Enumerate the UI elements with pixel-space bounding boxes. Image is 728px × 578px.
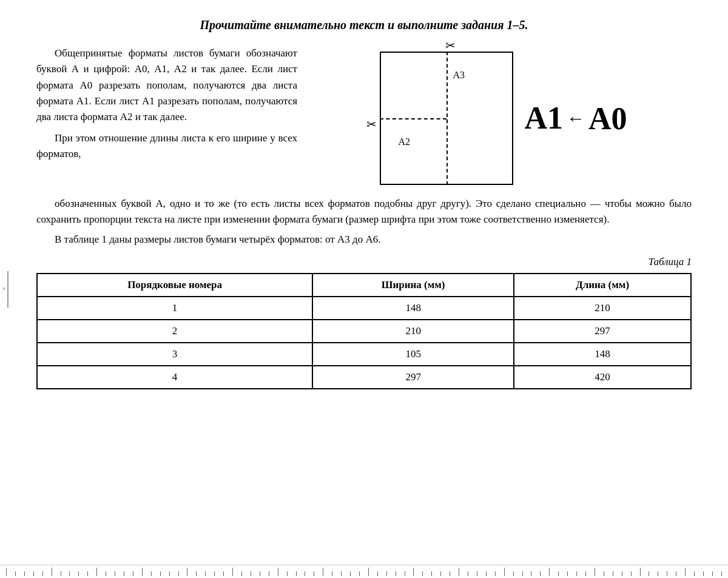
table-cell: 4 xyxy=(37,366,312,389)
ruler-mark xyxy=(431,571,432,576)
ruler-mark xyxy=(504,568,505,576)
table-body: 1148210221029731051484297420 xyxy=(37,297,691,389)
ruler-mark xyxy=(549,568,550,576)
ruler-mark xyxy=(15,571,16,576)
page-title: Прочитайте внимательно текст и выполните… xyxy=(36,18,692,32)
ruler-mark xyxy=(676,571,676,576)
ruler-mark xyxy=(440,571,441,576)
ruler-mark xyxy=(604,571,604,576)
ruler-mark xyxy=(151,571,152,576)
ruler-mark xyxy=(531,571,531,576)
ruler-mark xyxy=(540,571,541,576)
col-header-2: Ширина (мм) xyxy=(312,274,514,297)
ruler-mark xyxy=(377,571,378,576)
ruler-mark xyxy=(631,571,632,576)
ruler-mark xyxy=(658,571,658,576)
ruler-mark xyxy=(522,571,523,576)
diagram-container: ✂ ✂ А3 А2 А1 ← А0 xyxy=(380,52,627,185)
paper-outer: ✂ ✂ А3 А2 xyxy=(380,52,513,185)
col-header-1: Порядковые номера xyxy=(37,274,312,297)
ruler-mark xyxy=(622,571,622,576)
ruler-mark xyxy=(260,571,260,576)
table-cell: 297 xyxy=(514,320,691,343)
ruler-mark xyxy=(196,571,197,576)
table-cell: 105 xyxy=(312,343,514,366)
ruler-mark xyxy=(712,571,713,576)
label-a0: А0 xyxy=(588,101,627,136)
ruler-mark xyxy=(685,568,686,576)
ruler-mark xyxy=(350,571,351,576)
ruler-mark xyxy=(42,571,43,576)
left-edge-marker: ✕ xyxy=(0,271,8,307)
ruler-mark xyxy=(142,568,143,576)
ruler-mark xyxy=(269,571,269,576)
paragraph-2-part: При этом отношение длины листа к его шир… xyxy=(36,130,297,163)
scissors-left-icon: ✂ xyxy=(366,117,377,132)
table-cell: 1 xyxy=(37,297,312,320)
ruler-mark xyxy=(187,568,187,576)
ruler-mark xyxy=(251,571,251,576)
ruler-mark xyxy=(115,571,115,576)
ruler xyxy=(0,565,728,578)
table-cell: 210 xyxy=(514,297,691,320)
ruler-mark xyxy=(61,571,61,576)
ruler-mark xyxy=(386,571,387,576)
table-cell: 297 xyxy=(312,366,514,389)
paragraph-3: В таблице 1 даны размеры листов бумаги ч… xyxy=(36,232,692,247)
ruler-mark xyxy=(241,571,242,576)
ruler-mark xyxy=(667,571,667,576)
table-cell: 3 xyxy=(37,343,312,366)
ruler-mark xyxy=(232,568,233,576)
table-cell: 420 xyxy=(514,366,691,389)
ruler-mark xyxy=(178,571,179,576)
text-left: Общепринятые форматы листов бумаги обозн… xyxy=(36,45,297,185)
content-area: Общепринятые форматы листов бумаги обозн… xyxy=(36,45,692,185)
ruler-mark xyxy=(405,571,405,576)
ruler-mark xyxy=(613,571,613,576)
ruler-mark xyxy=(694,571,695,576)
ruler-mark xyxy=(106,571,106,576)
ruler-mark xyxy=(513,571,514,576)
ruler-mark xyxy=(169,571,170,576)
ruler-mark xyxy=(368,568,369,576)
col-header-3: Длина (мм) xyxy=(514,274,691,297)
dashed-vertical-line xyxy=(447,52,448,185)
ruler-marks xyxy=(6,568,722,576)
ruler-mark xyxy=(703,571,704,576)
ruler-mark xyxy=(595,568,595,576)
ruler-mark xyxy=(96,568,97,576)
label-a1: А1 xyxy=(524,102,563,134)
paragraph-continuation: обозначенных буквой А, одно и то же (то … xyxy=(36,196,692,228)
text-full: обозначенных буквой А, одно и то же (то … xyxy=(36,196,692,247)
label-a2: А2 xyxy=(398,136,410,147)
ruler-mark xyxy=(396,571,396,576)
scissors-top-icon: ✂ xyxy=(445,38,456,53)
ruler-mark xyxy=(24,571,25,576)
ruler-mark xyxy=(287,571,288,576)
ruler-mark xyxy=(649,571,649,576)
ruler-mark xyxy=(296,571,297,576)
diagram-area: ✂ ✂ А3 А2 А1 ← А0 xyxy=(315,45,692,185)
ruler-mark xyxy=(341,571,342,576)
ruler-mark xyxy=(468,571,468,576)
ruler-mark xyxy=(459,568,459,576)
page: Прочитайте внимательно текст и выполните… xyxy=(0,0,728,578)
ruler-mark xyxy=(486,571,487,576)
ruler-mark xyxy=(332,571,332,576)
ruler-mark xyxy=(558,571,559,576)
a1-a0-label: А1 ← А0 xyxy=(524,101,627,136)
ruler-mark xyxy=(721,571,722,576)
ruler-mark xyxy=(305,571,305,576)
ruler-mark xyxy=(205,571,206,576)
ruler-mark xyxy=(585,571,586,576)
ruler-mark xyxy=(640,568,641,576)
ruler-mark xyxy=(6,568,7,576)
ruler-mark xyxy=(214,571,215,576)
label-a3: А3 xyxy=(453,70,465,81)
table-row: 2210297 xyxy=(37,320,691,343)
ruler-mark xyxy=(160,571,161,576)
ruler-mark xyxy=(359,571,360,576)
dashed-horizontal-line xyxy=(380,118,447,119)
ruler-mark xyxy=(33,571,34,576)
table-title: Таблица 1 xyxy=(36,256,692,268)
